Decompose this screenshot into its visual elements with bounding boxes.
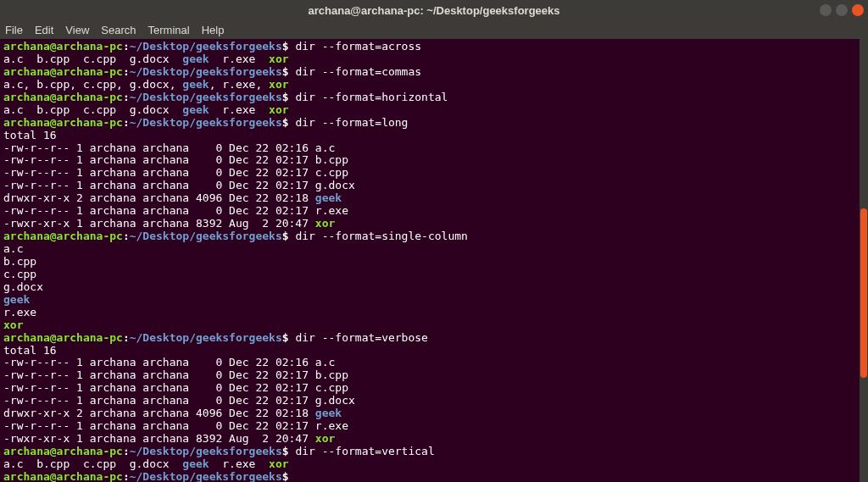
command-text: dir --format=verbose — [289, 331, 428, 344]
output-line: b.cpp — [3, 256, 865, 269]
prompt-line: archana@archana-pc:~/Desktop/geeksforgee… — [3, 446, 865, 458]
output-line: drwxr-xr-x 2 archana archana 4096 Dec 22… — [3, 407, 865, 420]
minimize-button[interactable] — [820, 4, 832, 16]
menu-view[interactable]: View — [65, 24, 89, 36]
menu-terminal[interactable]: Terminal — [148, 24, 190, 36]
prompt-line: archana@archana-pc:~/Desktop/geeksforgee… — [3, 91, 865, 104]
output-line: geek — [3, 294, 865, 307]
window-title: archana@archana-pc: ~/Desktop/geeksforge… — [309, 4, 560, 17]
output-line: g.docx — [3, 281, 865, 294]
close-button[interactable] — [852, 4, 864, 16]
output-line: -rw-r--r-- 1 archana archana 0 Dec 22 02… — [3, 357, 865, 369]
command-text: dir --format=single-column — [289, 230, 468, 242]
menu-search[interactable]: Search — [101, 24, 136, 36]
output-line: total 16 — [3, 130, 865, 142]
output-line: -rwxr-xr-x 1 archana archana 8392 Aug 2 … — [3, 433, 865, 446]
output-line: total 16 — [3, 345, 865, 357]
prompt-path: ~/Desktop/geeksforgeeks — [130, 40, 282, 53]
command-text: dir --format=commas — [289, 65, 422, 78]
prompt-line: archana@archana-pc:~/Desktop/geeksforgee… — [3, 66, 865, 79]
prompt-line: archana@archana-pc:~/Desktop/geeksforgee… — [3, 117, 865, 130]
output-line: -rw-r--r-- 1 archana archana 0 Dec 22 02… — [3, 420, 865, 433]
output-line: -rw-r--r-- 1 archana archana 0 Dec 22 02… — [3, 382, 865, 395]
output-line: -rwxr-xr-x 1 archana archana 8392 Aug 2 … — [3, 218, 865, 230]
prompt-line: archana@archana-pc:~/Desktop/geeksforgee… — [3, 332, 865, 345]
prompt-colon: : — [123, 40, 130, 53]
output-line: -rw-r--r-- 1 archana archana 0 Dec 22 02… — [3, 180, 865, 192]
window-controls — [820, 4, 864, 16]
command-text: dir --format=horizontal — [289, 91, 448, 103]
maximize-button[interactable] — [836, 4, 848, 16]
output-line: a.c b.cpp c.cpp g.docx geek r.exe xor — [3, 53, 865, 66]
output-line: -rw-r--r-- 1 archana archana 0 Dec 22 02… — [3, 369, 865, 382]
prompt-line: archana@archana-pc:~/Desktop/geeksforgee… — [3, 471, 865, 482]
prompt-user: archana@archana-pc — [3, 40, 123, 53]
command-text: dir --format=long — [289, 116, 409, 129]
output-line: -rw-r--r-- 1 archana archana 0 Dec 22 02… — [3, 154, 865, 167]
output-line: a.c b.cpp c.cpp g.docx geek r.exe xor — [3, 458, 865, 471]
output-line: r.exe — [3, 307, 865, 319]
menubar: File Edit View Search Terminal Help — [0, 20, 868, 39]
command-text — [289, 470, 296, 482]
menu-help[interactable]: Help — [202, 24, 225, 36]
prompt-dollar: $ — [282, 40, 289, 53]
output-line: c.cpp — [3, 269, 865, 281]
menu-edit[interactable]: Edit — [35, 24, 53, 36]
output-line: -rw-r--r-- 1 archana archana 0 Dec 22 02… — [3, 167, 865, 180]
command-text: dir --format=vertical — [289, 445, 435, 457]
menu-file[interactable]: File — [5, 24, 23, 36]
output-line: xor — [3, 319, 865, 332]
output-line: -rw-r--r-- 1 archana archana 0 Dec 22 02… — [3, 205, 865, 218]
command-text: dir --format=across — [289, 40, 422, 53]
scrollbar[interactable] — [860, 39, 868, 482]
output-line: a.c b.cpp c.cpp g.docx geek r.exe xor — [3, 104, 865, 117]
terminal-content: archana@archana-pc:~/Desktop/geeksforgee… — [3, 41, 865, 482]
prompt-line: archana@archana-pc:~/Desktop/geeksforgee… — [3, 41, 865, 53]
prompt-line: archana@archana-pc:~/Desktop/geeksforgee… — [3, 230, 865, 243]
output-line: a.c — [3, 243, 865, 256]
terminal-area[interactable]: archana@archana-pc:~/Desktop/geeksforgee… — [0, 39, 868, 482]
output-line: -rw-r--r-- 1 archana archana 0 Dec 22 02… — [3, 142, 865, 155]
titlebar: archana@archana-pc: ~/Desktop/geeksforge… — [0, 0, 868, 20]
output-line: a.c, b.cpp, c.cpp, g.docx, geek, r.exe, … — [3, 79, 865, 91]
output-line: -rw-r--r-- 1 archana archana 0 Dec 22 02… — [3, 395, 865, 407]
output-line: drwxr-xr-x 2 archana archana 4096 Dec 22… — [3, 192, 865, 205]
scrollbar-thumb[interactable] — [860, 208, 867, 378]
